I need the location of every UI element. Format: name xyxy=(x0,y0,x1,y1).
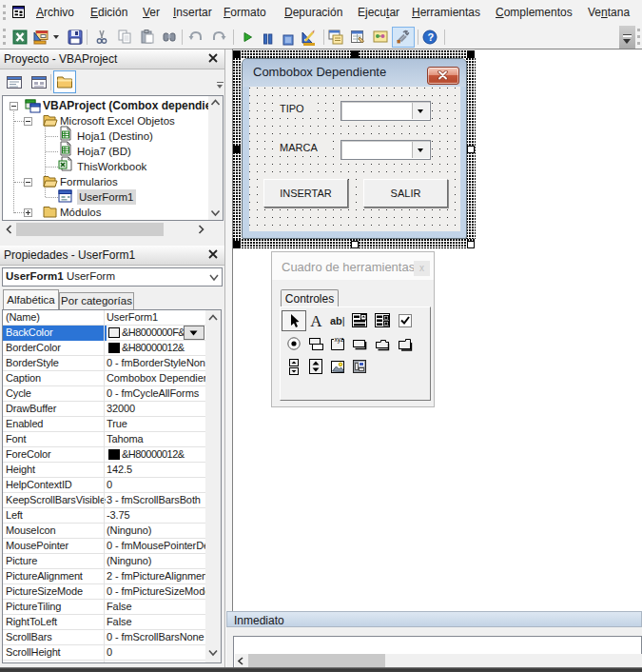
svg-text:?: ? xyxy=(427,31,434,43)
svg-text:xyz: xyz xyxy=(335,336,344,344)
